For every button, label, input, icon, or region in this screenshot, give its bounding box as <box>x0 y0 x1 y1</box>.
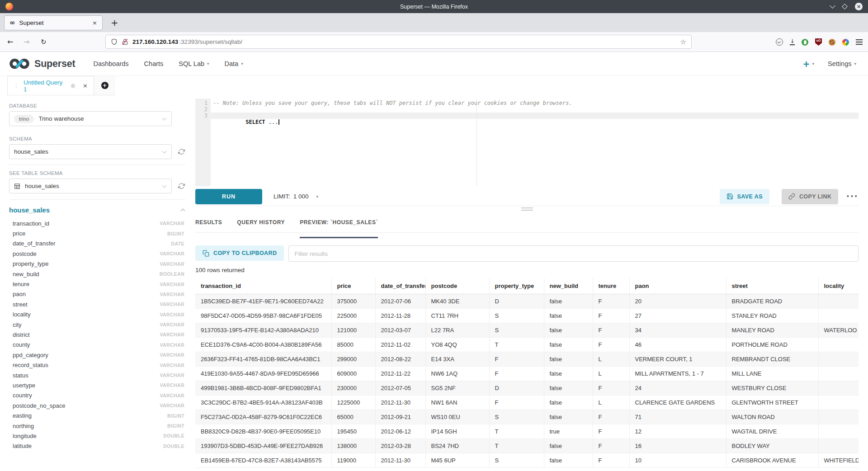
table-grid-icon <box>14 183 20 189</box>
result-cell: F <box>489 367 544 381</box>
filter-results-input[interactable] <box>288 245 859 262</box>
column-row: northing BIGINT <box>9 421 185 431</box>
result-cell: REMBRANDT CLOSE <box>726 352 818 367</box>
bookmark-star-icon[interactable]: ☆ <box>680 38 686 46</box>
ublock-icon[interactable]: uO <box>815 38 822 46</box>
chevron-down-icon: ▾ <box>316 194 319 199</box>
table-row[interactable]: 2636F323-FF41-4765-81DB-98CAA6A43BC12990… <box>195 352 859 367</box>
table-name-heading[interactable]: house_sales <box>9 206 50 214</box>
table-row[interactable]: 193907D3-5DBD-453D-A49E-9FEE27DAB9261380… <box>195 439 859 453</box>
downloads-icon[interactable]: ↓ <box>790 39 795 45</box>
table-row[interactable]: 419E1030-9A55-4467-8DA9-9FED95D659666090… <box>195 367 859 381</box>
forward-icon[interactable]: → <box>24 38 29 47</box>
column-name: postcode <box>13 250 37 257</box>
extension-icon[interactable] <box>842 39 849 46</box>
reload-icon[interactable]: ↻ <box>41 38 47 47</box>
results-column-header[interactable]: transaction_id <box>195 278 331 294</box>
collapse-chevron-icon[interactable] <box>181 209 185 213</box>
settings-menu[interactable]: Settings ▾ <box>828 60 856 67</box>
results-column-header[interactable]: price <box>331 278 375 294</box>
table-select[interactable]: house_sales <box>9 179 172 193</box>
sql-editor[interactable]: 123 -- Note: Unless you save your query,… <box>195 99 859 186</box>
table-row[interactable]: 98F5DC47-0D05-4D59-95B7-98CA6F1FDE052250… <box>195 309 859 323</box>
window-maximize-icon[interactable] <box>842 4 848 9</box>
run-button[interactable]: RUN <box>195 189 262 204</box>
nav-item[interactable]: Charts <box>144 60 164 67</box>
pane-resize-handle[interactable] <box>195 207 859 215</box>
table-row[interactable]: 3C3C29DC-B7B2-4BE5-914A-A38123AF403B1225… <box>195 396 859 410</box>
nav-item[interactable]: Dashboards <box>93 60 128 67</box>
result-cell: false <box>544 453 593 468</box>
drag-handle-icon[interactable]: ⋮ <box>14 83 19 89</box>
privacy-badger-icon[interactable] <box>802 39 808 46</box>
result-cell: 375000 <box>331 294 375 309</box>
rows-returned-text: 100 rows returned <box>195 267 859 273</box>
table-row[interactable]: 499B1981-3B6B-4BCD-808F-9FED9802BFA12300… <box>195 381 859 396</box>
result-cell: F <box>593 453 629 468</box>
results-column-header[interactable]: street <box>726 278 818 294</box>
tab-results[interactable]: RESULTS <box>195 219 222 232</box>
results-column-header[interactable]: postcode <box>425 278 489 294</box>
limit-dropdown[interactable]: LIMIT: 1 000 ▾ <box>274 193 318 200</box>
copy-link-button[interactable]: COPY LINK <box>782 189 838 204</box>
window-minimize-icon[interactable] <box>830 3 835 9</box>
result-cell: STANLEY ROAD <box>726 309 818 323</box>
menu-icon[interactable] <box>856 39 863 45</box>
result-cell: F <box>593 338 629 352</box>
insecure-lock-icon[interactable] <box>122 38 128 45</box>
text-cursor <box>278 119 279 125</box>
column-type: VARCHAR <box>160 301 184 307</box>
superset-logo[interactable]: Superset <box>9 57 75 70</box>
new-tab-button[interactable]: + <box>111 17 118 28</box>
nav-item[interactable]: Data ▾ <box>225 60 243 67</box>
results-column-header[interactable]: new_build <box>544 278 593 294</box>
cookie-extension-icon[interactable] <box>829 39 835 46</box>
refresh-schemas-icon[interactable] <box>178 148 185 155</box>
column-row: new_build BOOLEAN <box>9 269 185 279</box>
add-new-button[interactable]: + ▾ <box>803 60 814 68</box>
result-cell <box>818 396 859 410</box>
result-cell: 419E1030-9A55-4467-8DA9-9FED95D65966 <box>195 367 331 381</box>
tab-query-history[interactable]: QUERY HISTORY <box>237 219 285 232</box>
refresh-tables-icon[interactable] <box>178 183 185 189</box>
database-select[interactable]: trino Trino warehouse <box>9 111 172 126</box>
table-row[interactable]: 91370533-19F5-47FE-B142-A380A8ADA2101210… <box>195 323 859 338</box>
table-row[interactable]: EB1459EB-67ED-47C8-B2E7-A38143AB55751190… <box>195 453 859 468</box>
column-row: status VARCHAR <box>9 370 185 380</box>
query-tab-close-icon[interactable]: × <box>83 82 88 89</box>
column-name: tenure <box>13 281 29 287</box>
copy-to-clipboard-button[interactable]: COPY TO CLIPBOARD <box>195 245 284 261</box>
result-cell: VERMEER COURT, 1 <box>629 352 726 367</box>
window-close-icon[interactable]: × <box>855 3 863 10</box>
more-options-button[interactable]: ••• <box>846 194 859 199</box>
shield-icon[interactable] <box>111 38 118 45</box>
line-number: 3 <box>195 113 208 119</box>
pocket-icon[interactable] <box>776 38 783 46</box>
back-icon[interactable]: ← <box>7 38 13 47</box>
table-row[interactable]: ECE1D376-C9A6-4C00-B004-A380B189FA568500… <box>195 338 859 352</box>
query-tabs-bar: ⋮ Untitled Query 1 × + <box>0 76 868 96</box>
browser-tab[interactable]: ∞ Superset × <box>4 15 103 30</box>
table-row[interactable]: 1B5C39ED-BE7F-41EF-9E71-9C60EED74A223750… <box>195 294 859 309</box>
nav-item[interactable]: SQL Lab ▾ <box>179 60 209 67</box>
url-field[interactable]: 217.160.120.143 :32393/superset/sqllab/ … <box>105 35 692 49</box>
column-type: VARCHAR <box>160 332 184 337</box>
results-column-header[interactable]: paon <box>629 278 726 294</box>
tab-preview[interactable]: PREVIEW: `HOUSE_SALES` <box>300 219 378 232</box>
column-type: BIGINT <box>167 423 184 429</box>
tab-close-icon[interactable]: × <box>92 19 97 26</box>
table-row[interactable]: BB8320C9-D82B-4B37-90E0-9FEE05095E101954… <box>195 424 859 439</box>
result-cell: F <box>489 396 544 410</box>
result-cell: M45 6UP <box>425 453 489 468</box>
results-column-header[interactable]: locality <box>818 278 859 294</box>
schema-select[interactable]: house_sales <box>9 144 172 159</box>
results-column-header[interactable]: date_of_transfer <box>375 278 425 294</box>
results-column-header[interactable]: tenure <box>593 278 629 294</box>
results-column-header[interactable]: property_type <box>489 278 544 294</box>
save-as-button[interactable]: SAVE AS <box>720 189 769 204</box>
add-query-tab-button[interactable]: + <box>94 76 115 95</box>
result-cell: F <box>593 424 629 439</box>
table-row[interactable]: F5C273AC-0D2A-458F-8279-9C61F0C22EC66500… <box>195 410 859 424</box>
query-tab[interactable]: ⋮ Untitled Query 1 × <box>7 76 94 95</box>
result-cell: 34 <box>629 323 726 338</box>
